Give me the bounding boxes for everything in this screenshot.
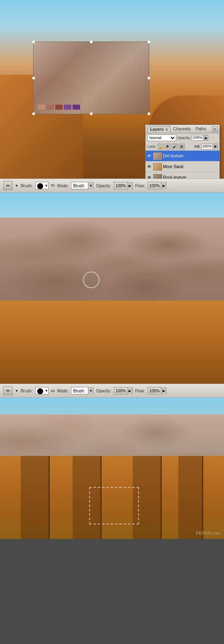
section-3: PKPHP.com bbox=[0, 398, 224, 539]
layers-panel-header: Layers × Channels Paths × bbox=[146, 125, 219, 133]
layer-eye-dirt[interactable]: 👁 bbox=[146, 154, 152, 158]
mode-dropdown-2[interactable]: Brush ▼ bbox=[71, 387, 93, 394]
flow-arrow-t1[interactable]: ▶ bbox=[161, 182, 166, 189]
toolbar-1: ✏ ▼ Brush: ⬤ ▼ 50 Mode: Brush ▼ Opacity:… bbox=[0, 179, 224, 193]
flow-control-2[interactable]: 100% ▶ bbox=[148, 387, 167, 394]
flow-arrow-t2[interactable]: ▶ bbox=[161, 387, 166, 394]
layer-rock-texture[interactable]: 👁 Rock texture bbox=[146, 172, 219, 179]
watermark: PKPHP.com bbox=[196, 531, 221, 536]
opacity-arrow-t1[interactable]: ▶ bbox=[127, 182, 132, 189]
brush-label: Brush: bbox=[21, 184, 33, 188]
tab-layers-close[interactable]: × bbox=[166, 127, 168, 132]
brush-size-display: 50 bbox=[51, 184, 55, 188]
layer-thumb-sand bbox=[153, 163, 162, 171]
mode-label-2: Mode: bbox=[57, 389, 69, 393]
swatch-4 bbox=[64, 105, 71, 110]
tab-channels[interactable]: Channels bbox=[170, 126, 193, 132]
blend-opacity-row: Normal Multiply Screen Overlay Opacity: … bbox=[146, 133, 219, 142]
fill-row: Fill: 100% ▶ bbox=[186, 144, 218, 149]
opacity-row: Opacity: 100% ▶ bbox=[177, 135, 218, 141]
tab-layers[interactable]: Layers × bbox=[147, 126, 170, 132]
brush-preview-icon: ⬤ bbox=[36, 182, 45, 189]
lock-icon[interactable]: 🔒 bbox=[158, 144, 163, 149]
handle-tr[interactable] bbox=[148, 41, 150, 43]
flow-label-t2: Flow: bbox=[135, 389, 145, 393]
brush-label-2: Brush: bbox=[21, 389, 33, 393]
lock-fill-row: Lock: 🔒 ✥ 🖌 ⊞ Fill: 100% ▶ bbox=[146, 142, 219, 151]
handle-ml[interactable] bbox=[32, 77, 35, 79]
color-swatches bbox=[38, 105, 80, 110]
position-lock-icon[interactable]: ✥ bbox=[165, 144, 170, 149]
panel-close-button[interactable]: × bbox=[212, 126, 218, 132]
mode-dropdown-arrow[interactable]: ▼ bbox=[88, 182, 93, 189]
layer-more-sand[interactable]: 👁 More Sand bbox=[146, 162, 219, 172]
brush-preview-icon-2: ⬤ bbox=[36, 387, 45, 394]
layer-name-rock: Rock texture bbox=[163, 175, 219, 179]
brush-icon: ✏ bbox=[6, 183, 10, 189]
selection-outline-3 bbox=[89, 487, 139, 524]
swatch-5 bbox=[73, 105, 80, 110]
texture-overlay bbox=[33, 42, 149, 114]
fill-label: Fill: bbox=[195, 144, 200, 149]
text-shadow-4 bbox=[178, 456, 203, 539]
sand-ground bbox=[0, 301, 224, 384]
brush-tool-btn[interactable]: ✏ bbox=[3, 181, 12, 190]
swatch-3 bbox=[55, 105, 63, 110]
opacity-control-2[interactable]: 100% ▶ bbox=[114, 387, 133, 394]
fill-arrow[interactable]: ▶ bbox=[214, 144, 218, 149]
mode-value-2: Brush bbox=[71, 389, 88, 393]
layer-thumb-dirt bbox=[153, 152, 162, 160]
blend-mode-select[interactable]: Normal Multiply Screen Overlay bbox=[147, 135, 176, 141]
opacity-control[interactable]: 100% ▶ bbox=[114, 182, 133, 189]
opacity-arrow[interactable]: ▶ bbox=[204, 135, 208, 141]
rock-texture-top bbox=[0, 218, 224, 309]
section-1: Layers × Channels Paths × Normal Multipl… bbox=[0, 0, 224, 179]
brush-size-control[interactable]: ⬤ ▼ bbox=[35, 182, 49, 189]
layer-eye-rock[interactable]: 👁 bbox=[146, 175, 152, 179]
brush-arrow-down[interactable]: ▼ bbox=[45, 184, 48, 188]
paint-lock-icon[interactable]: 🖌 bbox=[172, 144, 178, 149]
brush-size-display-2: 63 bbox=[51, 389, 55, 393]
opacity-value[interactable]: 100% bbox=[192, 135, 203, 141]
section-2: OASIS bbox=[0, 193, 224, 384]
text-shadow-1 bbox=[21, 456, 50, 539]
mode-label: Mode: bbox=[57, 184, 69, 188]
brush-dropdown-arrow-2[interactable]: ▼ bbox=[15, 389, 18, 393]
mode-dropdown[interactable]: Brush ▼ bbox=[71, 182, 93, 189]
opacity-arrow-t2[interactable]: ▶ bbox=[127, 387, 132, 394]
handle-tl[interactable] bbox=[32, 41, 35, 43]
opacity-label-t2: Opacity: bbox=[96, 389, 111, 393]
layer-thumb-rock bbox=[153, 174, 162, 179]
brush-size-control-2[interactable]: ⬤ ▼ bbox=[35, 387, 49, 394]
toolbar-2: ✏ ▼ Brush: ⬤ ▼ 63 Mode: Brush ▼ Opacity:… bbox=[0, 384, 224, 398]
layer-eye-sand[interactable]: 👁 bbox=[146, 164, 152, 169]
flow-control[interactable]: 100% ▶ bbox=[148, 182, 167, 189]
handle-br[interactable] bbox=[148, 113, 150, 115]
brush-tool-btn-2[interactable]: ✏ bbox=[3, 386, 12, 395]
handle-tm[interactable] bbox=[90, 41, 93, 43]
layer-name-sand: More Sand bbox=[163, 164, 219, 169]
all-lock-icon[interactable]: ⊞ bbox=[179, 144, 185, 149]
handle-mr[interactable] bbox=[148, 77, 150, 79]
opacity-label-t1: Opacity: bbox=[96, 184, 111, 188]
handle-bl[interactable] bbox=[32, 113, 35, 115]
opacity-label: Opacity: bbox=[177, 136, 191, 140]
mode-dropdown-arrow-2[interactable]: ▼ bbox=[88, 387, 93, 394]
layer-dirt-texture[interactable]: 👁 Dirt texture bbox=[146, 151, 219, 162]
brush-arrow-down-2[interactable]: ▼ bbox=[45, 389, 48, 393]
layer-name-dirt: Dirt texture bbox=[163, 154, 219, 158]
handle-bm[interactable] bbox=[90, 113, 93, 115]
fill-value[interactable]: 100% bbox=[201, 144, 213, 149]
swatch-1 bbox=[38, 105, 45, 110]
mode-value: Brush bbox=[71, 184, 88, 188]
tab-paths[interactable]: Paths bbox=[193, 126, 209, 132]
flow-label-t1: Flow: bbox=[135, 184, 145, 188]
swatch-2 bbox=[46, 105, 54, 110]
brush-dropdown-arrow[interactable]: ▼ bbox=[15, 184, 18, 188]
layers-panel: Layers × Channels Paths × Normal Multipl… bbox=[145, 125, 220, 179]
lock-label: Lock: bbox=[147, 144, 156, 149]
brush-icon-2: ✏ bbox=[6, 388, 10, 394]
